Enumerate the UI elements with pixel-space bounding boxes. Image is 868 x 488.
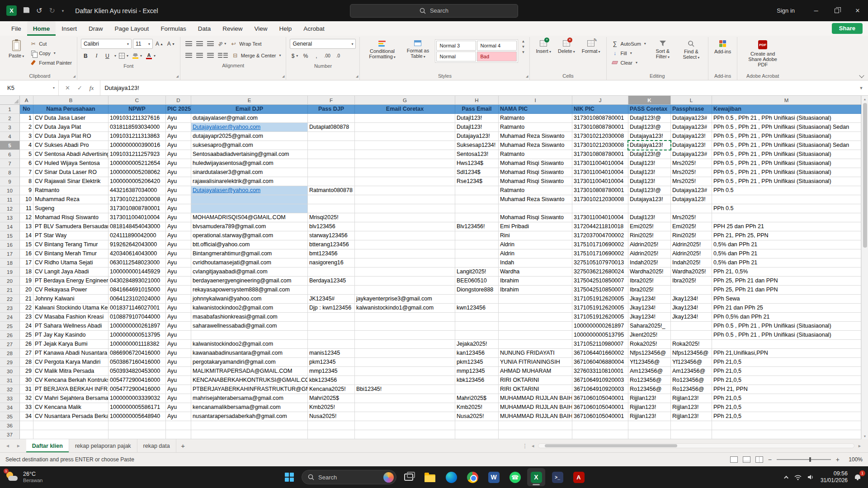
- cell-L17[interactable]: Aldrin2025!: [671, 249, 712, 258]
- column-header-J[interactable]: J: [572, 96, 628, 105]
- cell-E32[interactable]: PTBERJAYABERKAHINFRASTRUKTUR@GMAIL.COM: [191, 385, 308, 394]
- cell-F22[interactable]: JK12345#: [308, 295, 355, 304]
- cell-D14[interactable]: Ayu: [166, 222, 191, 231]
- cell-J15[interactable]: 3172037004700002: [572, 231, 628, 240]
- find-select-button[interactable]: Find & Select▾: [678, 38, 704, 61]
- cell-K24[interactable]: Jkay1234!: [628, 313, 671, 322]
- cell-B29[interactable]: CV Pergota Karya Mandiri: [33, 358, 108, 367]
- cell-H29[interactable]: pkm12345: [455, 358, 499, 367]
- cell-F13[interactable]: Mrisqi2025!: [308, 213, 355, 222]
- cell-A34[interactable]: 33: [20, 403, 33, 412]
- cell-F19[interactable]: [308, 267, 355, 277]
- cell-H31[interactable]: kbk123456: [455, 376, 499, 385]
- cell-E20[interactable]: berdayaenergyengineering@gmail.com: [191, 277, 308, 286]
- cell-M16[interactable]: 0,5% dan PPh 21: [712, 240, 861, 249]
- cell-E7[interactable]: huledwijayasentosa@gmail.com: [191, 159, 308, 168]
- cell-J9[interactable]: 3173011004010004: [572, 177, 628, 186]
- cell-J17[interactable]: 3175101710690002: [572, 249, 628, 258]
- cell-J25[interactable]: 1000000000261897: [572, 322, 628, 331]
- row-header-14[interactable]: 14: [0, 222, 20, 231]
- cell-E29[interactable]: pergotakaryamandiri@gmail.com: [191, 358, 308, 367]
- column-header-B[interactable]: B: [33, 96, 108, 105]
- name-box[interactable]: K5▾: [0, 80, 59, 95]
- format-cells-button[interactable]: Format▾: [580, 38, 603, 56]
- cell-G18[interactable]: [355, 258, 455, 267]
- cell-I31[interactable]: RIRI OKTARINI: [499, 376, 572, 385]
- cell-D10[interactable]: Ayu: [166, 186, 191, 195]
- cell-L8[interactable]: Mrs2025!: [671, 168, 712, 177]
- cell-B20[interactable]: PT Berdaya Energy Engineering: [33, 277, 108, 286]
- cell-E3[interactable]: Dutajayalaser@yahoo.com: [191, 123, 308, 132]
- cell-F11[interactable]: [308, 195, 355, 204]
- column-header-I[interactable]: I: [499, 96, 572, 105]
- cell-H2[interactable]: Dutajl123!: [455, 114, 499, 123]
- cell-E36[interactable]: [191, 421, 308, 430]
- cell-A19[interactable]: 18: [20, 267, 33, 277]
- row-header-2[interactable]: 2: [0, 114, 20, 123]
- insert-cells-button[interactable]: Insert▾: [533, 38, 553, 56]
- cell-B31[interactable]: CV Kencana Berkah Kontruksi: [33, 376, 108, 385]
- cell-H17[interactable]: [455, 249, 499, 258]
- cell-I8[interactable]: Mohamad Risqi Siswanto: [499, 168, 572, 177]
- cell-M7[interactable]: PPh 0.5 , PPh 21 , PPh Unifikasi (Situas…: [712, 159, 861, 168]
- cell-M2[interactable]: PPh 0.5 , PPh 21 , PPh Unifikasi (Situas…: [712, 114, 861, 123]
- cell-B23[interactable]: Kalwani Stockindo Utama Kemay: [33, 304, 108, 313]
- cell-G6[interactable]: [355, 150, 455, 159]
- format-painter-button[interactable]: Format Painter: [28, 58, 73, 67]
- close-button[interactable]: ✕: [847, 0, 868, 21]
- cell-M35[interactable]: PPh 21,0,5: [712, 412, 861, 421]
- column-header-K[interactable]: K: [628, 96, 671, 105]
- title-search-box[interactable]: Search: [350, 4, 518, 18]
- cell-A11[interactable]: 10: [20, 195, 33, 204]
- cell-B19[interactable]: CV Langit Jaya Abadi: [33, 267, 108, 277]
- cell-F2[interactable]: [308, 114, 355, 123]
- align-right-icon[interactable]: [206, 51, 215, 60]
- row-header-27[interactable]: 27: [0, 340, 20, 349]
- cell-D1[interactable]: PIC 2025: [166, 105, 191, 114]
- comma-style-button[interactable]: ,: [311, 51, 321, 61]
- cell-A24[interactable]: 23: [20, 313, 33, 322]
- cell-G25[interactable]: [355, 322, 455, 331]
- cell-A35[interactable]: 34: [20, 412, 33, 421]
- cell-K20[interactable]: Ibra2025!: [628, 277, 671, 286]
- cell-D22[interactable]: Ayu: [166, 295, 191, 304]
- cell-J29[interactable]: 3671060406880004: [572, 358, 628, 367]
- addins-button[interactable]: Add-ins: [712, 38, 733, 55]
- cell-M27[interactable]: [712, 340, 861, 349]
- cell-C29[interactable]: 0503867160416000: [108, 358, 166, 367]
- vscroll-up-icon[interactable]: ▲: [863, 96, 867, 102]
- cell-M17[interactable]: 0,5% dan PPh 21: [712, 249, 861, 258]
- cell-L22[interactable]: Jkay1234!: [671, 295, 712, 304]
- row-header-3[interactable]: 3: [0, 123, 20, 132]
- chrome-button[interactable]: [463, 468, 481, 486]
- column-header-L[interactable]: L: [671, 96, 712, 105]
- column-header-G[interactable]: G: [355, 96, 455, 105]
- cell-K30[interactable]: Am123456@: [628, 367, 671, 376]
- select-all-corner[interactable]: [0, 96, 20, 105]
- cell-H1[interactable]: Pass Email: [455, 105, 499, 114]
- cell-M32[interactable]: PPH 21, PPN: [712, 385, 861, 394]
- row-header-28[interactable]: 28: [0, 349, 20, 358]
- row-header-32[interactable]: 32: [0, 385, 20, 394]
- cell-M8[interactable]: PPh 0.5 , PPh 21 , PPh Unifikasi (Situas…: [712, 168, 861, 177]
- cell-F4[interactable]: [308, 132, 355, 141]
- cell-K17[interactable]: Aldrin2025!: [628, 249, 671, 258]
- zoom-level[interactable]: 100%: [844, 456, 863, 463]
- cell-B21[interactable]: CV Rekayasa Power: [33, 286, 108, 295]
- cell-G5[interactable]: [355, 141, 455, 150]
- cell-M13[interactable]: [712, 213, 861, 222]
- formula-input[interactable]: Dutajaya123!: [100, 80, 854, 95]
- cell-F15[interactable]: starway123456: [308, 231, 355, 240]
- font-color-button[interactable]: A▾: [145, 51, 157, 61]
- cell-J11[interactable]: 3173010212030008: [572, 195, 628, 204]
- cell-F27[interactable]: [308, 340, 355, 349]
- cell-L21[interactable]: [671, 286, 712, 295]
- cell-G17[interactable]: [355, 249, 455, 258]
- row-header-25[interactable]: 25: [0, 322, 20, 331]
- cell-H11[interactable]: [455, 195, 499, 204]
- hscroll-left-icon[interactable]: ◄: [531, 444, 535, 448]
- cell-D25[interactable]: Ayu: [166, 322, 191, 331]
- zoom-in-icon[interactable]: +: [836, 456, 840, 463]
- styles-dialog-launcher-icon[interactable]: ◢: [526, 75, 528, 78]
- cell-J27[interactable]: 3171052110980007: [572, 340, 628, 349]
